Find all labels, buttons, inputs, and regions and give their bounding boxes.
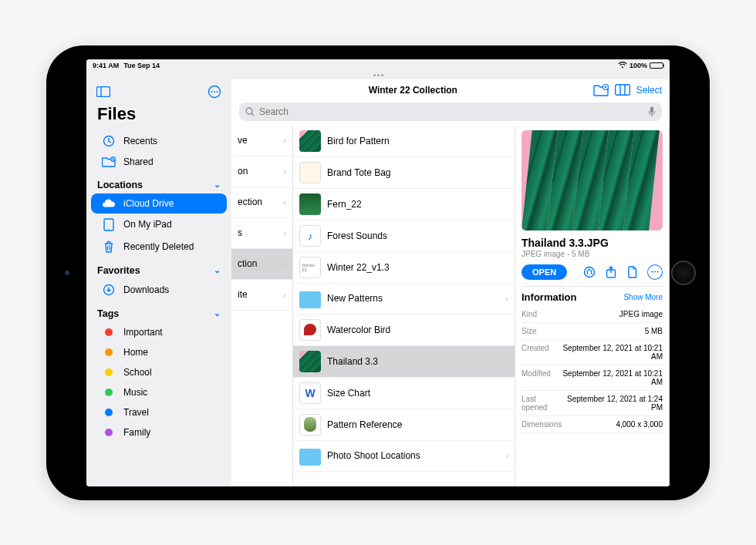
multitask-dots[interactable] [86, 72, 670, 79]
file-label: Brand Tote Bag [327, 167, 391, 178]
home-button[interactable] [671, 261, 696, 285]
file-thumbnail: W [299, 382, 321, 404]
section-tags[interactable]: Tags ⌄ [86, 301, 231, 322]
sidebar-item-label: School [123, 367, 152, 378]
file-row[interactable]: Pattern Reference [293, 409, 515, 441]
sidebar-item-label: Shared [123, 156, 154, 167]
tag-icon [102, 429, 116, 436]
file-name: Thailand 3.3.JPG [521, 237, 663, 249]
download-icon [102, 284, 116, 296]
file-row[interactable]: Thailand 3.3 [293, 346, 515, 378]
sidebar-browse-1[interactable]: Shared [91, 152, 227, 172]
folder-label: ite [238, 289, 248, 300]
select-button[interactable]: Select [636, 85, 662, 96]
more-actions-icon[interactable] [647, 264, 663, 280]
file-row[interactable]: Fern_22 [293, 189, 515, 220]
info-key: Dimensions [521, 420, 562, 429]
info-row: Size5 MB [521, 323, 663, 340]
file-label: Photo Shoot Locations [327, 450, 420, 461]
file-label: Fern_22 [327, 199, 362, 210]
sidebar-location-1[interactable]: On My iPad [91, 214, 227, 236]
sidebar-tag-5[interactable]: Family [91, 422, 227, 442]
sidebar-location-0[interactable]: iCloud Drive [91, 193, 227, 214]
mic-icon[interactable] [648, 106, 656, 117]
open-button[interactable]: OPEN [521, 264, 567, 280]
status-time: 9:41 AM [93, 62, 119, 69]
info-value: JPEG image [619, 310, 663, 318]
detail-pane: Thailand 3.3.JPG JPEG image - 5 MB OPEN [515, 126, 670, 486]
file-row[interactable]: Brand Tote Bag [293, 157, 515, 189]
file-preview[interactable] [521, 130, 663, 230]
file-row[interactable]: Winter 22Winter 22_v1.3 [293, 252, 515, 284]
chevron-right-icon: › [283, 259, 286, 268]
toggle-sidebar-icon[interactable] [96, 84, 111, 99]
file-label: Size Chart [327, 388, 370, 399]
chevron-right-icon: › [283, 197, 286, 207]
file-thumbnail [299, 162, 321, 183]
sidebar-favorite-0[interactable]: Downloads [91, 279, 227, 301]
info-header: Information [521, 291, 577, 303]
folder-shared-icon [102, 156, 116, 167]
svg-point-4 [214, 91, 215, 93]
file-row[interactable]: ♪Forest Sounds [293, 220, 515, 252]
search-icon [245, 107, 255, 116]
column-current: Bird for PatternBrand Tote BagFern_22♪Fo… [293, 126, 515, 486]
markup-icon[interactable] [582, 266, 596, 278]
sidebar-item-label: Travel [123, 407, 149, 418]
status-bar: 9:41 AM Tue Sep 14 100% [86, 59, 670, 72]
chevron-right-icon: › [283, 136, 286, 145]
file-row[interactable]: WSize Chart [293, 378, 515, 409]
section-locations[interactable]: Locations ⌄ [86, 172, 231, 193]
share-icon[interactable] [604, 266, 618, 278]
sidebar-tag-4[interactable]: Travel [91, 402, 227, 422]
document-icon[interactable] [626, 266, 640, 278]
file-row[interactable]: Watercolor Bird [293, 315, 515, 346]
sidebar-tag-1[interactable]: Home [91, 342, 227, 362]
file-thumbnail: ♪ [299, 225, 321, 247]
file-thumbnail [299, 193, 321, 215]
chevron-right-icon: › [283, 290, 286, 299]
toolbar: Winter 22 Collection Select [231, 79, 670, 101]
ipad-icon [102, 218, 116, 231]
file-row[interactable]: Photo Shoot Locations› [293, 441, 515, 472]
folder-label: ction [238, 258, 257, 269]
parent-folder-row[interactable]: on› [231, 156, 292, 187]
info-value: 5 MB [645, 327, 663, 335]
file-row[interactable]: New Patterns› [293, 284, 515, 315]
info-row: Last openedSeptember 12, 2021 at 1:24 PM [521, 391, 663, 416]
sidebar-tag-0[interactable]: Important [91, 322, 227, 342]
show-more-link[interactable]: Show More [623, 293, 663, 301]
wifi-icon [618, 62, 627, 69]
info-value: September 12, 2021 at 10:21 AM [562, 344, 663, 361]
svg-line-17 [251, 113, 254, 116]
sidebar-browse-0[interactable]: Recents [91, 130, 227, 152]
section-favorites[interactable]: Favorites ⌄ [86, 257, 231, 279]
chevron-down-icon: ⌄ [214, 265, 221, 275]
info-key: Last opened [521, 395, 559, 412]
file-row[interactable]: Bird for Pattern [293, 126, 515, 157]
svg-point-21 [652, 271, 653, 273]
sidebar-item-label: Music [123, 387, 147, 398]
view-mode-icon[interactable] [615, 82, 630, 98]
parent-folder-row[interactable]: ve› [231, 126, 292, 156]
sidebar-location-2[interactable]: Recently Deleted [91, 236, 227, 257]
info-key: Kind [521, 310, 537, 318]
svg-rect-0 [97, 86, 110, 96]
sidebar-item-label: iCloud Drive [123, 198, 174, 209]
parent-folder-row[interactable]: ite› [231, 280, 292, 311]
sidebar-item-label: Home [123, 347, 148, 358]
sidebar-tag-3[interactable]: Music [91, 382, 227, 402]
file-label: Watercolor Bird [327, 325, 390, 335]
folder-label: ve [238, 135, 248, 146]
svg-point-3 [211, 91, 213, 93]
parent-folder-row[interactable]: ction› [231, 249, 292, 280]
sidebar-tag-2[interactable]: School [91, 362, 227, 382]
more-options-icon[interactable] [207, 84, 222, 99]
file-thumbnail: Winter 22 [299, 257, 321, 278]
tag-icon [102, 348, 116, 356]
parent-folder-row[interactable]: ection› [231, 187, 292, 218]
search-bar[interactable] [239, 103, 662, 121]
parent-folder-row[interactable]: s› [231, 218, 292, 249]
search-input[interactable] [259, 106, 643, 117]
new-folder-icon[interactable] [593, 82, 609, 98]
